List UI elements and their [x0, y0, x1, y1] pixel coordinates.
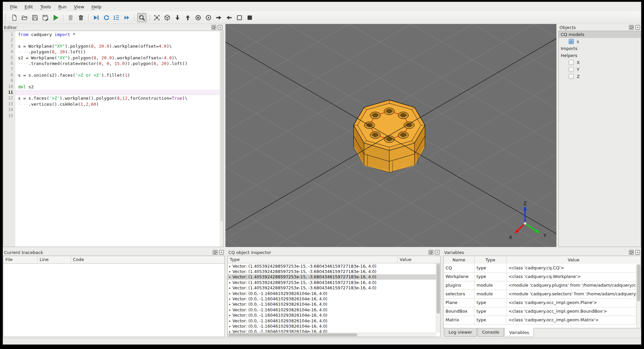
- toolbar-run-button[interactable]: [51, 13, 60, 22]
- toolbar-view-top-button[interactable]: [183, 13, 192, 22]
- toolbar-view-front-button[interactable]: [193, 13, 203, 22]
- float-panel-icon[interactable]: [213, 250, 217, 255]
- traceback-column-code: Code: [71, 256, 224, 263]
- inspector-row[interactable]: ▸Vector: (1.4053924288597253e-15, -3.680…: [228, 263, 436, 269]
- objects-item-y[interactable]: Y: [559, 66, 641, 73]
- inspector-row[interactable]: ▸Vector: (0.0, -1.1604610293826104e-16, …: [228, 307, 436, 312]
- tab-console[interactable]: Console: [478, 328, 504, 337]
- toolbar-step-over-button[interactable]: [112, 13, 121, 22]
- variable-row[interactable]: CQtype<class 'cadquery.cq.CQ'>: [444, 264, 636, 273]
- float-panel-icon[interactable]: [629, 25, 634, 30]
- menu-edit[interactable]: Edit: [21, 3, 37, 11]
- objects-item-x[interactable]: X: [559, 59, 641, 66]
- toolbar-view-left-button[interactable]: [224, 13, 234, 22]
- toolbar-iso-view-button[interactable]: [162, 13, 172, 22]
- inspector-row[interactable]: ▸Vector: (1.4053924288597253e-15, -3.680…: [228, 269, 436, 274]
- inspector-row[interactable]: ▸Vector: (1.4053924288597253e-15, -3.680…: [228, 285, 436, 291]
- variable-row[interactable]: pluginsmodule<module 'cadquery.plugins' …: [444, 281, 636, 290]
- expand-arrow-icon[interactable]: ▸: [229, 302, 231, 306]
- expand-arrow-icon[interactable]: ▸: [229, 313, 231, 317]
- inspector-row[interactable]: ▸Vector: (0.0, -1.1604610293826104e-16, …: [228, 318, 436, 323]
- close-panel-icon[interactable]: ×: [635, 25, 640, 30]
- toolbar-debug-button[interactable]: [91, 13, 101, 22]
- inspector-row[interactable]: ▸Vector: (0.0, -1.1604610293826104e-16, …: [228, 296, 436, 301]
- inspector-row[interactable]: ▸Vector: (0.0, -1.1604610293826104e-16, …: [228, 302, 436, 307]
- menu-tools[interactable]: Tools: [37, 3, 55, 11]
- viewport-3d[interactable]: Z X Y: [225, 24, 556, 247]
- toolbar-drag-handle[interactable]: [5, 14, 7, 22]
- variables-vscrollbar-thumb[interactable]: [637, 264, 640, 301]
- expand-arrow-icon[interactable]: ▸: [229, 286, 231, 290]
- checkbox-s[interactable]: ✓: [569, 39, 574, 44]
- toolbar-shaded-button[interactable]: [245, 13, 254, 22]
- expand-arrow-icon[interactable]: ▸: [229, 270, 231, 273]
- float-panel-icon[interactable]: [629, 250, 634, 255]
- toolbar-delete-button[interactable]: [66, 13, 75, 22]
- objects-group-cq-models[interactable]: CQ models: [559, 31, 641, 38]
- variable-row[interactable]: Planetype<class 'cadquery.occ_impl.geom.…: [444, 299, 636, 307]
- toolbar-debug-restart-button[interactable]: [102, 13, 111, 22]
- editor-scrollbar[interactable]: [220, 31, 223, 247]
- tab-log-viewer[interactable]: Log viewer: [444, 328, 477, 337]
- toolbar-save-button[interactable]: [30, 13, 40, 22]
- toolbar-save-as-button[interactable]: [41, 13, 50, 22]
- editor-scrollbar-thumb[interactable]: [220, 32, 223, 221]
- toolbar-open-button[interactable]: [20, 13, 29, 22]
- expand-arrow-icon[interactable]: ▸: [229, 324, 231, 328]
- menu-view[interactable]: View: [70, 3, 88, 11]
- toolbar-screenshot-button[interactable]: [137, 13, 147, 22]
- toolbar-view-bottom-button[interactable]: [173, 13, 182, 22]
- objects-group-imports[interactable]: Imports: [559, 45, 641, 52]
- expand-arrow-icon[interactable]: ▸: [229, 281, 231, 284]
- checkbox-x[interactable]: [569, 60, 574, 65]
- expand-arrow-icon[interactable]: ▸: [229, 330, 231, 333]
- float-panel-icon[interactable]: [429, 250, 433, 255]
- viewport-canvas[interactable]: Z X Y: [225, 24, 556, 247]
- inspector-vscrollbar-thumb[interactable]: [437, 264, 440, 314]
- variable-row[interactable]: selectorsmodule<module 'cadquery.selecto…: [444, 290, 636, 299]
- inspector-hscrollbar[interactable]: [228, 333, 436, 337]
- variable-row[interactable]: Workplanetype<class 'cadquery.cq.Workpla…: [444, 273, 636, 281]
- menu-file[interactable]: File: [6, 3, 21, 11]
- variables-vscrollbar[interactable]: [636, 264, 641, 328]
- toolbar-new-file-button[interactable]: [10, 13, 19, 22]
- close-panel-icon[interactable]: ×: [219, 250, 224, 255]
- menu-run[interactable]: Run: [55, 3, 70, 11]
- close-panel-icon[interactable]: ×: [435, 250, 440, 255]
- expand-arrow-icon[interactable]: ▸: [229, 292, 231, 295]
- expand-arrow-icon[interactable]: ▸: [229, 308, 231, 312]
- checkbox-y[interactable]: [569, 67, 574, 72]
- inspector-row[interactable]: ▸Vector: (0.0, -1.1604610293826104e-16, …: [228, 313, 436, 318]
- checkbox-z[interactable]: [569, 74, 574, 79]
- expand-arrow-icon[interactable]: ▸: [229, 297, 231, 301]
- expand-arrow-icon[interactable]: ▸: [229, 264, 231, 268]
- toolbar-delete-all-button[interactable]: [76, 13, 86, 22]
- inspector-row[interactable]: ▸Vector: (0.0, -1.1604610293826104e-16, …: [228, 323, 436, 329]
- expand-arrow-icon[interactable]: ▸: [229, 275, 231, 279]
- objects-group-helpers[interactable]: Helpers: [559, 52, 641, 59]
- code-token: 20.0: [99, 44, 109, 49]
- toolbar-wireframe-button[interactable]: [235, 13, 244, 22]
- tab-variables[interactable]: Variables: [504, 328, 533, 337]
- variable-row[interactable]: BoundBoxtype<class 'cadquery.occ_impl.ge…: [444, 307, 636, 316]
- inspector-vscrollbar[interactable]: [436, 263, 440, 333]
- float-panel-icon[interactable]: [211, 25, 216, 30]
- objects-item-z[interactable]: Z: [559, 73, 641, 80]
- close-panel-icon[interactable]: ×: [218, 25, 222, 30]
- toolbar-fit-view-button[interactable]: [152, 13, 161, 22]
- inspector-row[interactable]: ▸Vector: (1.4053924288597253e-15, -3.680…: [228, 274, 436, 280]
- toolbar-view-right-button[interactable]: [214, 13, 223, 22]
- inspector-row[interactable]: ▸Vector: (1.4053924288597253e-15, -3.680…: [228, 280, 436, 285]
- menu-help[interactable]: Help: [88, 3, 105, 11]
- inspector-row[interactable]: ▸Vector: (0.0, -1.1604610293826104e-16, …: [228, 329, 436, 333]
- inspector-row[interactable]: ▸Vector: (0.0, -1.1604610293826104e-16, …: [228, 291, 436, 296]
- inspector-hscrollbar-thumb[interactable]: [228, 333, 357, 336]
- code-area[interactable]: from cadquery import *s = Workplane("XY"…: [15, 31, 220, 247]
- expand-arrow-icon[interactable]: ▸: [229, 319, 231, 323]
- close-panel-icon[interactable]: ×: [635, 250, 640, 255]
- code-editor[interactable]: 123456789101112131415 from cadquery impo…: [3, 31, 223, 247]
- variable-row[interactable]: Matrixtype<class 'cadquery.occ_impl.geom…: [444, 316, 636, 325]
- objects-item-s[interactable]: ✓s: [559, 38, 641, 45]
- toolbar-view-back-button[interactable]: [204, 13, 213, 22]
- toolbar-fast-forward-button[interactable]: [122, 13, 132, 22]
